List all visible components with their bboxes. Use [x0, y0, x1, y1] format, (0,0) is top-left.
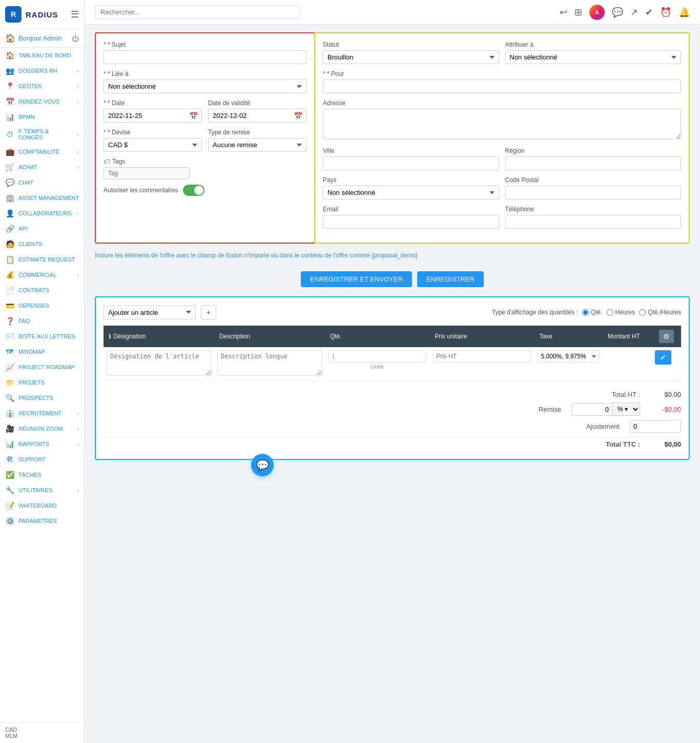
sidebar-item-asset-management[interactable]: 🏢 ASSET MANAGEMENT — [0, 190, 84, 206]
chat-bubble[interactable]: 💬 — [251, 454, 274, 476]
sidebar-item-projets[interactable]: 📁 PROJETS — [0, 375, 84, 390]
nav-icon-recrutement: 👔 — [5, 409, 14, 417]
nav-label-comptabilite: COMPTABILITÉ — [18, 149, 59, 155]
nav-label-recrutement: RECRUTEMENT — [18, 410, 61, 416]
bell-icon[interactable]: 🔔 — [678, 7, 690, 18]
sujet-input[interactable] — [104, 50, 306, 64]
sidebar-item-achat[interactable]: 🛒 ACHAT › — [0, 159, 84, 175]
radio-qte[interactable]: Qté. — [582, 309, 603, 316]
toggle-switch[interactable] — [183, 185, 204, 196]
devise-select[interactable]: CAD $ — [104, 138, 202, 152]
search-input[interactable] — [95, 5, 300, 19]
liee-a-select[interactable]: Non sélectionné — [104, 79, 306, 93]
code-postal-label: Code Postal — [505, 176, 682, 184]
sidebar-item-bpmn[interactable]: 📊 BPMN — [0, 109, 84, 125]
check-icon[interactable]: ✔ — [645, 7, 653, 18]
telephone-input[interactable] — [505, 215, 682, 229]
sidebar-item-parametres[interactable]: ⚙️ PARAMÈTRES — [0, 513, 84, 529]
sidebar-item-project-roadmap[interactable]: 📈 PROJECT ROADMAP — [0, 359, 84, 375]
sidebar-item-collaborateurs[interactable]: 👤 COLLABORATEURS › — [0, 206, 84, 221]
sidebar-item-chat[interactable]: 💬 CHAT — [0, 175, 84, 190]
sujet-group: * Sujet — [104, 41, 306, 64]
grid-icon[interactable]: ⊞ — [574, 7, 582, 18]
taxe-select[interactable]: 5.000%, 9.975% — [538, 350, 600, 363]
undo-icon[interactable]: ↩ — [560, 7, 567, 18]
calendar-icon[interactable]: 📅 — [189, 112, 198, 120]
save-send-button[interactable]: ENREGISTRER ET ENVOYER — [301, 271, 412, 287]
email-input[interactable] — [323, 215, 499, 229]
description-input[interactable] — [217, 350, 322, 376]
clock-icon[interactable]: ⏰ — [660, 7, 671, 18]
nav-label-project-roadmap: PROJECT ROADMAP — [18, 364, 75, 370]
nav-icon-rapports: 📊 — [5, 440, 14, 448]
sidebar-item-reunion-zoom[interactable]: 🎥 RÉUNION ZOOM › — [0, 421, 84, 436]
home-icon[interactable]: 🏠 — [5, 33, 15, 43]
sidebar-item-api[interactable]: 🔗 API — [0, 221, 84, 236]
qte-input[interactable] — [328, 350, 426, 363]
sidebar-item-tableau-de-bord[interactable]: 🏠 TABLEAU DE BORD — [0, 48, 84, 63]
sidebar-item-whiteboard[interactable]: 📝 WHITEBOARD — [0, 498, 84, 513]
remise-row: Remise % ▾ -$0,00 — [104, 400, 681, 418]
sidebar-item-geotek[interactable]: 📍 GEOTEK › — [0, 78, 84, 94]
chevron-icon-commercial: › — [77, 272, 79, 278]
radio-qte-heures[interactable]: Qté./Heures — [639, 309, 681, 316]
power-icon[interactable]: ⏻ — [72, 34, 79, 43]
sidebar-item-rapports[interactable]: 📊 RAPPORTS › — [0, 436, 84, 452]
confirm-button[interactable]: ✔ — [655, 350, 671, 365]
add-article-select[interactable]: Ajouter un article — [104, 306, 196, 319]
statut-select[interactable]: Brouillon — [323, 50, 499, 64]
message-icon[interactable]: 💬 — [612, 7, 623, 18]
attribuer-select[interactable]: Non sélectionné — [505, 50, 682, 64]
sidebar-item-rendez-vous[interactable]: 📅 RENDEZ-VOUS › — [0, 94, 84, 109]
region-input[interactable] — [505, 156, 682, 170]
date-input[interactable] — [104, 109, 202, 123]
sidebar-item-mindmap[interactable]: 🗺 MINDMAP — [0, 344, 84, 359]
nav-icon-whiteboard: 📝 — [5, 501, 14, 510]
avatar[interactable]: A — [589, 5, 605, 20]
save-button[interactable]: ENREGISTRER — [417, 271, 484, 287]
sidebar-item-recrutement[interactable]: 👔 RECRUTEMENT › — [0, 406, 84, 421]
nav-label-bpmn: BPMN — [18, 114, 35, 120]
sidebar-item-support[interactable]: 🛠 SUPPORT — [0, 452, 84, 467]
designation-input[interactable] — [107, 350, 211, 376]
email-tel-row: Email Téléphone — [323, 206, 681, 235]
tag-input[interactable] — [104, 167, 190, 179]
sidebar-item-faq[interactable]: ❓ FAQ — [0, 313, 84, 329]
sidebar-item-estimate-request[interactable]: 📋 ESTIMATE REQUEST — [0, 252, 84, 267]
radio-heures[interactable]: Heures — [607, 309, 635, 316]
tags-section: 🏷 Tags — [104, 158, 306, 179]
nav-icon-achat: 🛒 — [5, 163, 14, 171]
date-validite-input[interactable] — [208, 109, 306, 123]
remise-neg-value: -$0,00 — [650, 406, 681, 413]
add-plus-button[interactable]: + — [201, 305, 216, 319]
pays-select[interactable]: Non sélectionné — [323, 186, 499, 199]
type-remise-select[interactable]: Aucune remise — [208, 138, 306, 152]
prix-input[interactable] — [433, 350, 531, 363]
ajustement-input[interactable] — [630, 420, 681, 433]
remise-unit-select[interactable]: % ▾ — [612, 403, 640, 416]
sidebar-item-comptabilite[interactable]: 💼 COMPTABILITÉ › — [0, 144, 84, 159]
calendar-validite-icon[interactable]: 📅 — [294, 112, 302, 120]
sidebar-item-prospects[interactable]: 🔍 PROSPECTS — [0, 390, 84, 406]
sidebar-item-taches[interactable]: ✅ TÂCHES — [0, 467, 84, 483]
share-icon[interactable]: ↗ — [630, 7, 638, 18]
code-postal-input[interactable] — [505, 186, 682, 199]
nav-label-boite-aux-lettres: BOÎTE AUX LETTRES — [18, 333, 75, 339]
hamburger-icon[interactable]: ☰ — [71, 9, 79, 20]
pour-input[interactable] — [323, 79, 681, 93]
ville-input[interactable] — [323, 156, 499, 170]
adresse-textarea[interactable] — [323, 109, 681, 139]
sidebar-item-contrats[interactable]: 📄 CONTRATS — [0, 283, 84, 298]
sidebar-item-f-temps-conges[interactable]: ⏱ F. TEMPS & CONGÉS › — [0, 125, 84, 144]
sidebar-item-boite-aux-lettres[interactable]: ✉️ BOÎTE AUX LETTRES — [0, 329, 84, 344]
sidebar-item-utilitaires[interactable]: 🔧 UTILITAIRES › — [0, 483, 84, 498]
sidebar-item-commercial[interactable]: 💰 COMMERCIAL › — [0, 267, 84, 283]
nav-label-faq: FAQ — [18, 318, 30, 324]
gear-button[interactable]: ⚙ — [659, 330, 674, 343]
devise-group: * Devise CAD $ — [104, 129, 202, 152]
date-validite-label: Date de validité — [208, 99, 306, 107]
remise-input[interactable] — [571, 403, 612, 416]
sidebar-item-dossiers-rh[interactable]: 👥 DOSSIERS RH › — [0, 63, 84, 78]
sidebar-item-clients[interactable]: 🧑 CLIENTS — [0, 236, 84, 252]
sidebar-item-depenses[interactable]: 💳 DÉPENSES — [0, 298, 84, 313]
